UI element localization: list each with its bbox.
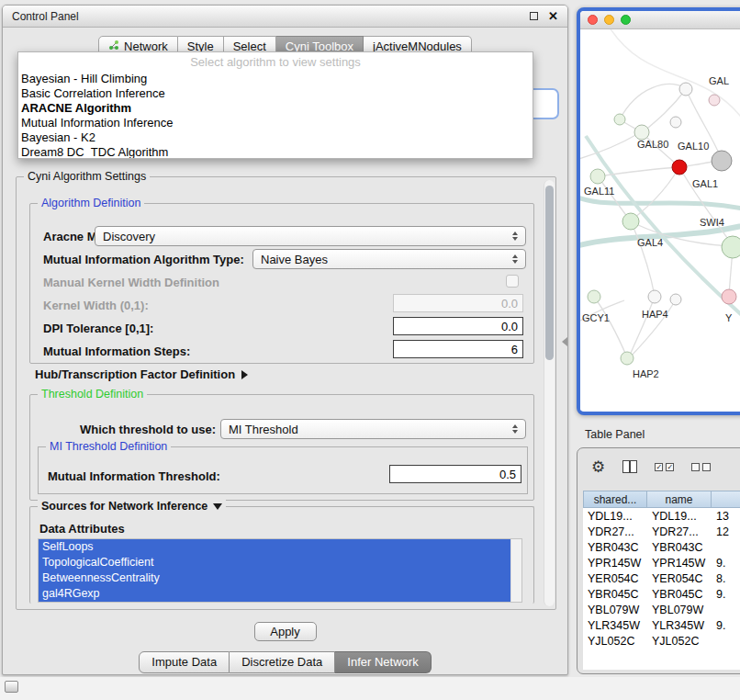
panel-collapse-arrow-icon[interactable] bbox=[562, 337, 567, 346]
close-traffic-light-icon[interactable] bbox=[588, 15, 598, 25]
network-node[interactable] bbox=[670, 117, 681, 128]
which-threshold-label: Which threshold to use: bbox=[80, 423, 216, 436]
mi-steps-field[interactable] bbox=[393, 340, 523, 358]
minimize-traffic-light-icon[interactable] bbox=[604, 15, 614, 25]
node-label: HAP4 bbox=[642, 309, 668, 320]
algorithm-option[interactable]: ARACNE Algorithm bbox=[18, 101, 533, 116]
dpi-tolerance-field[interactable] bbox=[393, 317, 523, 335]
control-panel-titlebar[interactable]: Control Panel ✕ bbox=[3, 6, 567, 28]
network-edge[interactable] bbox=[598, 176, 630, 220]
data-attributes-label: Data Attributes bbox=[39, 522, 125, 536]
network-node[interactable] bbox=[614, 114, 625, 125]
minimized-window-icon[interactable] bbox=[5, 681, 18, 693]
mi-threshold-label: Mutual Information Threshold: bbox=[48, 469, 220, 483]
network-edge[interactable] bbox=[629, 297, 655, 357]
apply-button[interactable]: Apply bbox=[254, 622, 317, 641]
which-threshold-combobox[interactable]: MI Threshold bbox=[220, 419, 526, 439]
table-cell: YDR27... bbox=[647, 525, 712, 538]
table-row[interactable]: YJL052CYJL052C bbox=[583, 633, 740, 649]
table-row[interactable]: YBR043CYBR043C bbox=[583, 539, 740, 555]
algorithm-option[interactable]: Bayesian - K2 bbox=[18, 130, 533, 145]
network-node[interactable] bbox=[722, 236, 740, 258]
network-edge[interactable] bbox=[620, 85, 684, 119]
table-row[interactable]: YLR345WYLR345W9. bbox=[583, 617, 740, 633]
table-cell: YPR145W bbox=[647, 557, 712, 570]
network-node[interactable] bbox=[588, 290, 600, 303]
network-node[interactable] bbox=[634, 125, 649, 140]
network-edge[interactable] bbox=[631, 221, 655, 296]
network-edge[interactable] bbox=[580, 133, 639, 160]
table-row[interactable]: YDL19...YDL19...13 bbox=[583, 508, 740, 524]
table-cell: 9. bbox=[712, 557, 740, 570]
threshold-definition-group: Threshold Definition Which threshold to … bbox=[29, 394, 534, 501]
algorithm-option[interactable]: Mutual Information Inference bbox=[18, 116, 533, 130]
data-attributes-list[interactable]: SelfLoopsTopologicalCoefficientBetweenne… bbox=[38, 538, 522, 603]
restore-icon[interactable] bbox=[530, 12, 538, 20]
table-row[interactable]: YER054CYER054C8. bbox=[583, 570, 740, 586]
list-scrollbar[interactable] bbox=[510, 539, 521, 602]
network-node[interactable] bbox=[622, 213, 639, 230]
network-node[interactable] bbox=[712, 151, 732, 171]
attribute-item[interactable]: BetweennessCentrality bbox=[39, 570, 510, 586]
manual-kernel-checkbox[interactable] bbox=[506, 275, 519, 288]
table-cell: YPR145W bbox=[583, 557, 647, 570]
network-node[interactable] bbox=[722, 289, 736, 304]
column-header[interactable]: name bbox=[647, 491, 712, 508]
network-canvas[interactable]: GALGAL80GAL10GAL1GAL11SWI4GAL4GCY1HAP4YH… bbox=[580, 29, 740, 411]
mi-threshold-field[interactable] bbox=[389, 465, 521, 483]
network-node[interactable] bbox=[679, 83, 692, 96]
table-cell: YJL052C bbox=[583, 635, 647, 648]
column-header[interactable]: shared... bbox=[583, 491, 647, 508]
sources-group-title[interactable]: Sources for Network Inference bbox=[38, 500, 226, 513]
table-cell: YBR043C bbox=[583, 541, 647, 554]
mi-type-combobox[interactable]: Naive Bayes bbox=[252, 249, 526, 269]
bottom-tab-discretize-data[interactable]: Discretize Data bbox=[230, 651, 335, 673]
network-node[interactable] bbox=[590, 169, 605, 184]
algorithm-option[interactable]: Basic Correlation Inference bbox=[18, 86, 533, 101]
attribute-item[interactable]: gal4RGexp bbox=[39, 586, 510, 602]
settings-group-title: Cyni Algorithm Settings bbox=[24, 170, 150, 183]
settings-scrollbar-track[interactable] bbox=[544, 180, 555, 606]
node-table: shared...name YDL19...YDL19...13YDR27...… bbox=[583, 491, 740, 670]
network-node[interactable] bbox=[670, 294, 681, 305]
attribute-item[interactable]: TopologicalCoefficient bbox=[39, 555, 510, 570]
algorithm-option[interactable]: Bayesian - Hill Climbing bbox=[18, 72, 533, 86]
table-row[interactable]: YBR045CYBR045C9. bbox=[583, 586, 740, 602]
table-cell: 8. bbox=[712, 572, 740, 585]
network-view-window: GALGAL80GAL10GAL1GAL11SWI4GAL4GCY1HAP4YH… bbox=[577, 7, 740, 415]
algorithm-definition-title: Algorithm Definition bbox=[38, 197, 144, 209]
network-node[interactable] bbox=[621, 352, 633, 365]
aracne-mode-combobox[interactable]: Discovery bbox=[95, 226, 526, 246]
node-label: GAL4 bbox=[637, 237, 663, 248]
table-toolbar: ⚙ ✓ ✓ bbox=[577, 448, 740, 485]
column-header[interactable] bbox=[712, 491, 740, 508]
network-window-titlebar[interactable] bbox=[580, 11, 740, 29]
network-canvas-svg: GALGAL80GAL10GAL1GAL11SWI4GAL4GCY1HAP4YH… bbox=[580, 29, 740, 415]
updown-arrows-icon bbox=[508, 254, 522, 264]
table-row[interactable]: YDR27...YDR27...12 bbox=[583, 524, 740, 539]
network-node[interactable] bbox=[672, 160, 687, 175]
network-node[interactable] bbox=[648, 290, 661, 303]
bottom-tab-impute-data[interactable]: Impute Data bbox=[139, 651, 230, 673]
table-row[interactable]: YPR145WYPR145W9. bbox=[583, 555, 740, 570]
algorithm-option[interactable]: Dream8 DC_TDC Algorithm bbox=[18, 145, 533, 159]
table-row[interactable]: YBL079WYBL079W bbox=[583, 602, 740, 617]
hub-tf-definition-toggle[interactable]: Hub/Transcription Factor Definition bbox=[35, 367, 248, 381]
network-edge[interactable] bbox=[580, 197, 740, 215]
network-node[interactable] bbox=[709, 95, 720, 106]
close-icon[interactable]: ✕ bbox=[548, 10, 558, 22]
gear-icon[interactable]: ⚙ bbox=[591, 459, 605, 475]
table-header-row: shared...name bbox=[583, 491, 740, 508]
algorithm-definition-group: Algorithm Definition Aracne Mode: Discov… bbox=[29, 203, 534, 364]
kernel-width-field[interactable] bbox=[393, 294, 523, 312]
bottom-tab-infer-network[interactable]: Infer Network bbox=[335, 651, 431, 673]
checked-box-icon: ✓ bbox=[666, 463, 674, 471]
threshold-definition-title: Threshold Definition bbox=[38, 388, 147, 401]
settings-scrollbar-thumb[interactable] bbox=[545, 186, 554, 360]
algorithm-dropdown-popup: Select algorithm to view settings Bayesi… bbox=[17, 51, 533, 159]
deselect-all-checkboxes-icon[interactable] bbox=[691, 463, 711, 471]
attribute-item[interactable]: SelfLoops bbox=[39, 539, 510, 555]
zoom-traffic-light-icon[interactable] bbox=[621, 15, 631, 25]
columns-icon[interactable] bbox=[622, 460, 637, 473]
select-all-checkboxes-icon[interactable]: ✓ ✓ bbox=[655, 463, 674, 471]
